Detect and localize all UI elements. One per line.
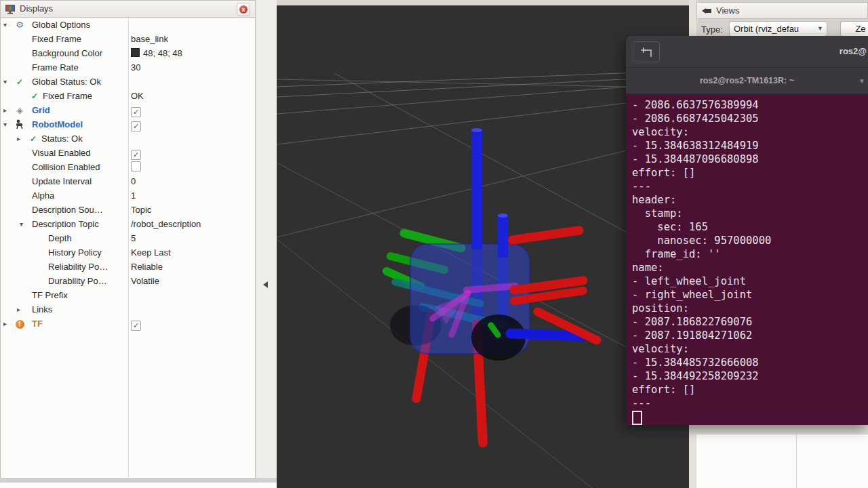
property-value-cell[interactable]: 48; 48; 48 bbox=[131, 46, 182, 60]
checkbox[interactable]: ✓ bbox=[131, 321, 141, 331]
terminal-titlebar[interactable]: ros2@ bbox=[626, 36, 868, 68]
property-value-cell[interactable]: 30 bbox=[131, 60, 140, 75]
display-row[interactable]: ▾⚙Global Options bbox=[1, 18, 255, 32]
expand-arrow-icon[interactable]: ▸ bbox=[17, 302, 20, 317]
collapse-arrow-icon[interactable]: ▾ bbox=[3, 75, 7, 89]
collapse-panel-button[interactable] bbox=[262, 278, 271, 291]
horizontal-splitter[interactable] bbox=[0, 478, 277, 483]
view-type-dropdown[interactable]: Orbit (rviz_defau ▼ bbox=[729, 21, 827, 37]
terminal-line: effort: [] bbox=[632, 166, 868, 180]
checkbox[interactable]: ✓ bbox=[131, 121, 141, 131]
collapse-arrow-icon[interactable]: ▾ bbox=[3, 117, 7, 131]
property-value-cell[interactable]: Reliable bbox=[131, 260, 163, 274]
property-value-cell[interactable]: Volatile bbox=[131, 274, 159, 288]
property-value-cell[interactable]: ✓ bbox=[131, 317, 141, 331]
property-value-cell[interactable]: ✓ bbox=[131, 146, 141, 160]
display-row[interactable]: Description Sou…Topic bbox=[1, 203, 255, 217]
new-tab-button[interactable] bbox=[633, 41, 660, 62]
bottom-panel-edge bbox=[0, 483, 277, 488]
display-row[interactable]: Durability Po…Volatile bbox=[1, 274, 255, 288]
property-label: TF bbox=[32, 317, 43, 331]
display-row[interactable]: TF Prefix bbox=[1, 288, 255, 302]
property-label: Grid bbox=[32, 103, 50, 117]
display-row[interactable]: Depth5 bbox=[1, 231, 255, 245]
terminal-window[interactable]: ros2@ ros2@ros2-TM1613R: ~ ▼ - 2086.6637… bbox=[626, 36, 868, 425]
property-label: Status: Ok bbox=[41, 131, 83, 146]
views-content-edge bbox=[689, 425, 868, 434]
tab-menu-chevron-icon[interactable]: ▼ bbox=[859, 68, 865, 94]
terminal-line: - 15.384487096680898 bbox=[632, 152, 868, 166]
display-row[interactable]: Visual Enabled✓ bbox=[1, 146, 255, 160]
property-value-cell[interactable]: 1 bbox=[131, 188, 136, 203]
property-label: Description Sou… bbox=[32, 203, 103, 217]
terminal-cursor bbox=[632, 411, 642, 425]
expand-arrow-icon[interactable]: ▸ bbox=[3, 317, 7, 331]
display-row[interactable]: Update Interval0 bbox=[1, 174, 255, 188]
rviz-window: Displays x ▾⚙Global OptionsFixed Frameba… bbox=[0, 0, 868, 488]
property-value-cell[interactable]: /robot_description bbox=[131, 217, 201, 231]
terminal-line: sec: 165 bbox=[632, 220, 868, 234]
value-text: 30 bbox=[131, 62, 140, 73]
collapse-arrow-icon[interactable]: ▾ bbox=[3, 18, 7, 32]
property-label: Description Topic bbox=[32, 217, 99, 231]
display-row[interactable]: Background Color48; 48; 48 bbox=[1, 46, 255, 60]
property-value-cell[interactable]: Keep Last bbox=[131, 245, 171, 260]
terminal-tab[interactable]: ros2@ros2-TM1613R: ~ bbox=[626, 68, 868, 94]
terminal-line: - 15.384492258209232 bbox=[632, 369, 868, 383]
property-label: Global Options bbox=[32, 18, 90, 32]
display-row[interactable]: Fixed Framebase_link bbox=[1, 32, 255, 46]
expand-arrow-icon[interactable]: ▸ bbox=[17, 131, 20, 146]
display-row[interactable]: Collision Enabled bbox=[1, 160, 255, 174]
property-value-cell[interactable]: 0 bbox=[131, 174, 136, 188]
checkbox[interactable]: ✓ bbox=[131, 107, 141, 117]
property-label: History Policy bbox=[48, 245, 102, 260]
terminal-line: --- bbox=[632, 180, 868, 193]
property-value-cell[interactable] bbox=[131, 160, 141, 174]
zero-button[interactable]: Ze bbox=[840, 21, 868, 37]
chevron-down-icon: ▼ bbox=[817, 22, 823, 36]
property-value-cell[interactable]: ✓ bbox=[131, 117, 141, 131]
display-row[interactable]: Reliability Po…Reliable bbox=[1, 260, 255, 274]
display-row[interactable]: ▸✓Status: Ok bbox=[1, 131, 255, 146]
views-panel-title: Views bbox=[716, 5, 739, 16]
expand-arrow-icon[interactable]: ▸ bbox=[3, 103, 7, 117]
close-button[interactable]: x bbox=[237, 3, 250, 16]
display-row[interactable]: ✓Fixed FrameOK bbox=[1, 89, 255, 103]
property-label: Depth bbox=[48, 231, 72, 245]
property-value-cell[interactable]: OK bbox=[131, 89, 144, 103]
value-text: /robot_description bbox=[131, 219, 201, 229]
property-value-cell[interactable]: ✓ bbox=[131, 103, 141, 117]
property-value-cell[interactable]: base_link bbox=[131, 32, 168, 46]
value-text: Reliable bbox=[131, 262, 163, 272]
views-column-splitter[interactable] bbox=[796, 434, 797, 488]
terminal-line: - 2087.191804271062 bbox=[632, 329, 868, 342]
property-value-cell[interactable]: Topic bbox=[131, 203, 151, 217]
terminal-line: --- bbox=[632, 396, 868, 410]
terminal-line: header: bbox=[632, 193, 868, 207]
display-row[interactable]: ▸◈Grid✓ bbox=[1, 103, 255, 117]
terminal-line: - 2087.186822769076 bbox=[632, 315, 868, 329]
value-text: base_link bbox=[131, 34, 168, 44]
terminal-body[interactable]: - 2086.6637576389994- 2086.6687425042305… bbox=[626, 94, 868, 425]
checkbox[interactable] bbox=[131, 161, 141, 171]
terminal-line: frame_id: '' bbox=[632, 247, 868, 261]
display-row[interactable]: Alpha1 bbox=[1, 188, 255, 203]
terminal-line: velocity: bbox=[632, 125, 868, 139]
views-panel-titlebar[interactable]: Views bbox=[696, 2, 868, 19]
display-row[interactable]: History PolicyKeep Last bbox=[1, 245, 255, 260]
z-axis-cylinders bbox=[471, 128, 508, 258]
collapse-arrow-icon[interactable]: ▾ bbox=[20, 217, 23, 231]
display-row[interactable]: ▾✓Global Status: Ok bbox=[1, 75, 255, 89]
display-row[interactable]: ▸Links bbox=[1, 302, 255, 317]
display-row[interactable]: ▸!TF✓ bbox=[1, 317, 255, 331]
error-icon: ! bbox=[14, 317, 25, 331]
checkbox[interactable]: ✓ bbox=[131, 150, 141, 160]
displays-panel-titlebar[interactable]: Displays x bbox=[0, 0, 256, 18]
property-label: Durability Po… bbox=[48, 274, 107, 288]
display-row[interactable]: Frame Rate30 bbox=[1, 60, 255, 75]
display-row[interactable]: ▾Description Topic/robot_description bbox=[1, 217, 255, 231]
display-row[interactable]: ▾RobotModel✓ bbox=[1, 117, 255, 131]
property-label: Background Color bbox=[32, 46, 102, 60]
grid-icon: ◈ bbox=[14, 103, 25, 118]
property-value-cell[interactable]: 5 bbox=[131, 231, 136, 245]
